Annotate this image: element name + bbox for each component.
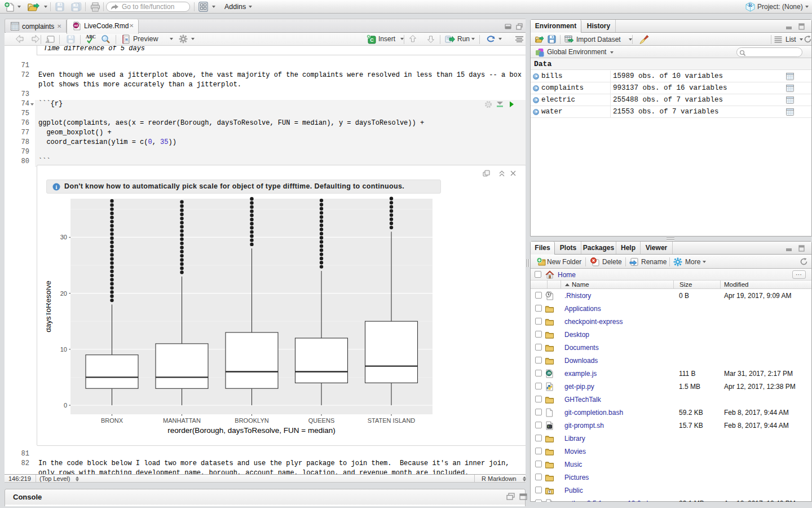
svg-text:BROOKLYN: BROOKLYN (235, 417, 268, 424)
svg-text:30: 30 (60, 234, 67, 240)
svg-text:C: C (370, 37, 374, 43)
svg-text:JS: JS (547, 371, 551, 375)
svg-text:R: R (748, 2, 752, 8)
svg-text:MANHATTAN: MANHATTAN (163, 417, 201, 424)
svg-text:20: 20 (60, 290, 67, 297)
svg-text:STATEN ISLAND: STATEN ISLAND (368, 417, 416, 424)
svg-text:0: 0 (64, 402, 67, 409)
svg-text:BRONX: BRONX (101, 417, 123, 424)
svg-text:ABC: ABC (86, 34, 96, 40)
svg-text:i: i (56, 184, 58, 190)
svg-text:md: md (74, 24, 78, 27)
svg-text:reorder(Borough, daysToResolve: reorder(Borough, daysToResolve, FUN = me… (167, 426, 336, 435)
svg-text:QUEENS: QUEENS (308, 417, 334, 424)
svg-text:daysToResolve: daysToResolve (46, 281, 52, 332)
svg-text:10: 10 (60, 346, 67, 353)
